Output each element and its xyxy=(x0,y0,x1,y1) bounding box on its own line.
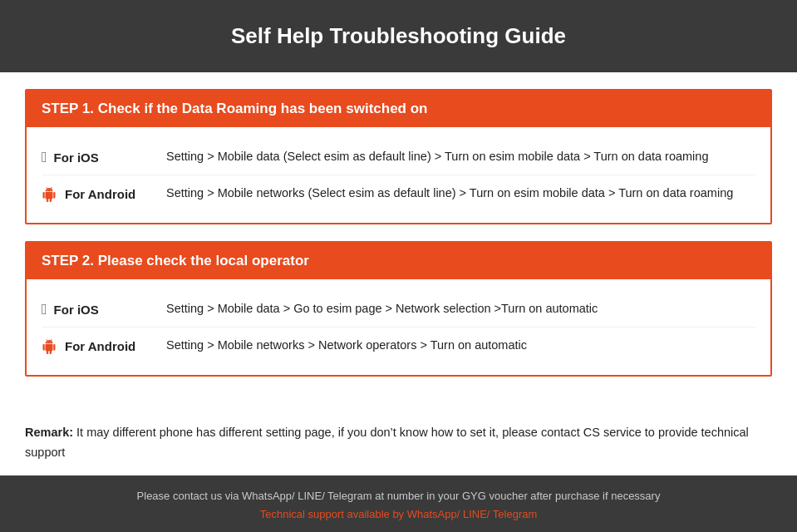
step2-heading: STEP 2. Please check the local operator xyxy=(27,243,770,279)
footer-line1: Please contact us via WhatsApp/ LINE/ Te… xyxy=(17,487,780,505)
android-icon xyxy=(42,185,58,203)
step2-android-label: For Android xyxy=(42,336,166,355)
apple-icon-2:  xyxy=(42,301,47,318)
step2-block: STEP 2. Please check the local operator … xyxy=(25,241,772,377)
step1-ios-label:  For iOS xyxy=(42,147,166,166)
step1-android-row: For Android Setting > Mobile networks (S… xyxy=(42,177,755,209)
step2-ios-row:  For iOS Setting > Mobile data > Go to … xyxy=(42,293,755,325)
step1-android-text: Setting > Mobile networks (Select esim a… xyxy=(166,184,755,202)
step2-content:  For iOS Setting > Mobile data > Go to … xyxy=(27,279,770,375)
step1-ios-row:  For iOS Setting > Mobile data (Select … xyxy=(42,140,755,173)
step2-divider xyxy=(42,327,755,328)
remark-text: It may different phone has different set… xyxy=(25,426,749,458)
step1-divider xyxy=(42,175,755,175)
footer-line2: Technical support available by WhatsApp/… xyxy=(17,505,780,524)
step2-android-text: Setting > Mobile networks > Network oper… xyxy=(166,336,755,354)
step2-ios-label:  For iOS xyxy=(42,299,166,318)
android-icon-2 xyxy=(42,337,58,355)
remark-label: Remark: xyxy=(25,426,73,439)
step1-block: STEP 1. Check if the Data Roaming has be… xyxy=(25,89,772,224)
step1-content:  For iOS Setting > Mobile data (Select … xyxy=(27,127,770,223)
remark-section: Remark: It may different phone has diffe… xyxy=(0,418,797,475)
page-header: Self Help Troubleshooting Guide xyxy=(0,0,797,72)
step1-heading: STEP 1. Check if the Data Roaming has be… xyxy=(27,91,770,127)
step1-ios-text: Setting > Mobile data (Select esim as de… xyxy=(166,147,755,165)
main-content: STEP 1. Check if the Data Roaming has be… xyxy=(0,72,797,418)
step2-android-row: For Android Setting > Mobile networks > … xyxy=(42,329,755,362)
step1-android-label: For Android xyxy=(42,184,166,203)
step2-ios-text: Setting > Mobile data > Go to esim page … xyxy=(166,299,755,318)
page-title: Self Help Troubleshooting Guide xyxy=(17,23,780,49)
footer: Please contact us via WhatsApp/ LINE/ Te… xyxy=(0,475,797,532)
apple-icon:  xyxy=(42,149,47,166)
